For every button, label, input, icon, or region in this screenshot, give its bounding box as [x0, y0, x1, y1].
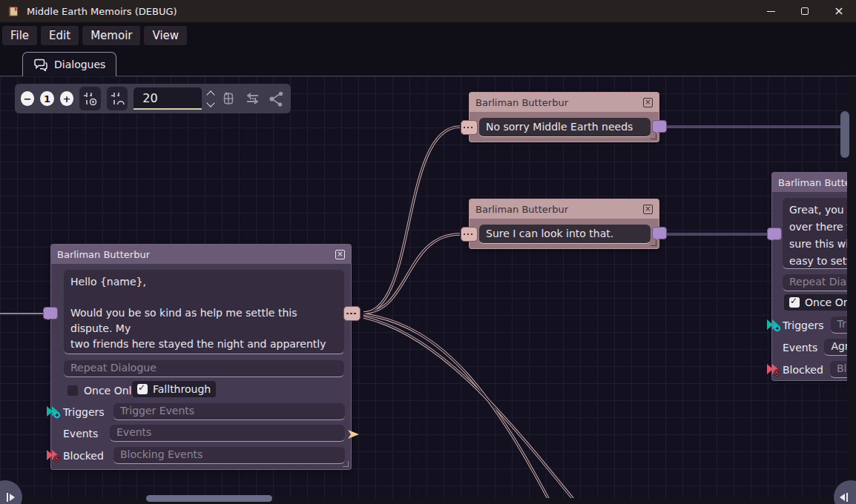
- events-row: Events Agree: [783, 339, 856, 356]
- graph-canvas[interactable]: − 1 +: [0, 76, 856, 504]
- responses-out-port[interactable]: [343, 306, 360, 321]
- vertical-scrollbar-thumb[interactable]: [840, 111, 849, 158]
- once-only-checkbox[interactable]: [68, 385, 78, 396]
- repeat-dialogue-field[interactable]: Repeat Dialogue: [64, 360, 344, 377]
- trigger-add-icon: [766, 317, 781, 332]
- horizontal-scrollbar-track[interactable]: [0, 498, 856, 504]
- response-in-port[interactable]: [461, 227, 478, 242]
- close-button[interactable]: ×: [822, 0, 856, 22]
- triggers-field[interactable]: Trigger Events: [113, 403, 345, 420]
- node-header[interactable]: Barliman Butterbur ×: [51, 245, 351, 264]
- trigger-port[interactable]: [46, 404, 61, 419]
- dialogue-text-field[interactable]: Hello {name}, Would you be so kind as he…: [64, 270, 344, 354]
- snap-to-grid-point-toggle[interactable]: [79, 87, 101, 110]
- response-text-field[interactable]: Sure I can look into that.: [479, 225, 651, 244]
- menu-memoir[interactable]: Memoir: [82, 26, 140, 45]
- once-only-checkbox[interactable]: [789, 297, 800, 308]
- dots-icon: [464, 233, 475, 236]
- grid-size-control: 20: [134, 87, 214, 110]
- blocked-field[interactable]: Blocking Events: [113, 447, 345, 464]
- node-header[interactable]: Barliman Butterbur ×: [470, 199, 659, 219]
- triggers-label: Triggers: [783, 319, 824, 331]
- pan-right-icon: [7, 493, 15, 502]
- dialogue-node-main[interactable]: Barliman Butterbur × Hello {name}, Would…: [50, 244, 352, 470]
- minimize-button[interactable]: [754, 0, 788, 22]
- blocked-port[interactable]: [766, 362, 781, 377]
- events-out-port[interactable]: [348, 429, 360, 440]
- response-text-field[interactable]: No sorry Middle Earth needs me.: [479, 118, 651, 137]
- fallthrough-checkbox[interactable]: [137, 384, 148, 394]
- dialogue-out-port[interactable]: [652, 120, 667, 133]
- menu-view[interactable]: View: [144, 26, 187, 45]
- mesh-grid-icon: [220, 90, 237, 107]
- node-close-button[interactable]: ×: [643, 205, 653, 214]
- node-title: Barliman Butterbur: [475, 204, 568, 215]
- trigger-port[interactable]: [766, 317, 781, 332]
- split-node-button[interactable]: [267, 89, 285, 108]
- grid-size-input[interactable]: 20: [134, 87, 202, 110]
- dialogue-node-right[interactable]: Barliman Butte Great, you ca over there …: [771, 172, 856, 381]
- trigger-add-icon: [46, 404, 61, 419]
- response-node-middle[interactable]: Barliman Butterbur × Sure I can look int…: [469, 199, 659, 249]
- window-title: Middle Earth Memoirs (DEBUG): [27, 6, 177, 17]
- events-field[interactable]: Events: [110, 425, 345, 442]
- dialogue-in-port[interactable]: [767, 228, 782, 240]
- triggers-placeholder: Trigger Events: [120, 405, 194, 417]
- events-arrow-icon: [348, 429, 360, 440]
- dialogue-text-field[interactable]: Great, you ca over there fo sure this wi…: [783, 198, 856, 269]
- blocked-row: Blocked Blo: [783, 361, 856, 378]
- maximize-icon: [801, 7, 809, 15]
- resize-handle[interactable]: [343, 461, 349, 467]
- zoom-in-button[interactable]: +: [60, 91, 73, 106]
- once-only-label: Once Only: [84, 385, 138, 397]
- dialogue-in-port[interactable]: [43, 307, 58, 319]
- menu-edit[interactable]: Edit: [41, 26, 79, 45]
- menu-file[interactable]: File: [2, 26, 37, 45]
- once-only-checkbox-row: Once Only: [68, 382, 138, 399]
- response-in-port[interactable]: [461, 120, 478, 135]
- grid-size-spinner: [208, 92, 214, 106]
- blocked-port[interactable]: [46, 448, 61, 462]
- repeat-dialogue-field[interactable]: Repeat Dialo: [783, 274, 856, 291]
- spinner-down-icon[interactable]: [207, 99, 215, 107]
- wire-group-pink: [363, 127, 577, 504]
- once-only-checkbox-row: Once Only: [784, 294, 856, 311]
- response-node-top[interactable]: Barliman Butterbur × No sorry Middle Ear…: [469, 92, 659, 142]
- auto-arrange-button[interactable]: [243, 89, 261, 108]
- snap-grid-arc-icon: [109, 90, 125, 107]
- triggers-row: Triggers Trig: [783, 316, 856, 334]
- dots-icon: [464, 127, 475, 129]
- tab-dialogues[interactable]: Dialogues: [22, 52, 116, 76]
- events-row: Events Events: [63, 425, 345, 442]
- zoom-reset-button[interactable]: 1: [40, 91, 53, 106]
- events-placeholder: Events: [116, 426, 151, 438]
- node-close-button[interactable]: ×: [643, 98, 653, 107]
- blocked-label: Blocked: [63, 450, 106, 462]
- blocked-cancel-icon: [766, 362, 781, 377]
- zoom-out-button[interactable]: −: [21, 91, 34, 106]
- spinner-up-icon[interactable]: [207, 90, 215, 99]
- repeat-dialogue-placeholder: Repeat Dialogue: [70, 362, 157, 374]
- dialogue-out-port[interactable]: [652, 227, 667, 239]
- node-header[interactable]: Barliman Butterbur ×: [470, 93, 659, 112]
- events-label: Events: [783, 342, 817, 354]
- node-close-button[interactable]: ×: [335, 250, 345, 259]
- application-window: Middle Earth Memoirs (DEBUG) × File Edit…: [0, 0, 856, 504]
- dots-icon: [346, 313, 358, 315]
- blocked-placeholder: Blocking Events: [120, 448, 203, 460]
- snap-to-grid-arc-toggle[interactable]: [107, 87, 128, 110]
- blocked-row: Blocked Blocking Events: [63, 447, 345, 464]
- triggers-row: Triggers Trigger Events: [63, 403, 345, 420]
- mesh-view-button[interactable]: [220, 89, 237, 108]
- repeat-dialogue-placeholder: Repeat Dialo: [789, 276, 855, 288]
- swap-arrows-icon: [244, 90, 261, 107]
- node-title: Barliman Butterbur: [57, 249, 150, 260]
- close-icon: ×: [834, 5, 843, 17]
- pan-left-icon: [840, 493, 848, 502]
- events-label: Events: [63, 428, 102, 440]
- node-header[interactable]: Barliman Butte: [772, 173, 856, 192]
- tab-strip: Dialogues: [0, 49, 856, 76]
- maximize-button[interactable]: [788, 0, 822, 22]
- app-book-icon: [7, 5, 20, 18]
- horizontal-scrollbar-thumb[interactable]: [146, 495, 272, 502]
